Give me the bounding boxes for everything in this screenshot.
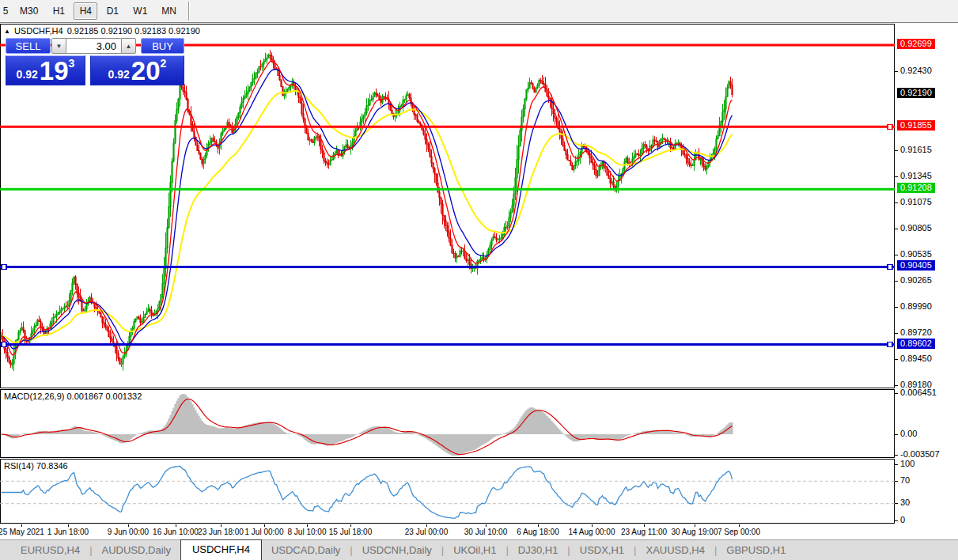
time-tick-label: 25 May 2021 — [0, 528, 44, 536]
axis-tick — [895, 281, 898, 282]
time-tick — [21, 524, 22, 527]
volume-increase-button[interactable]: ▲ — [121, 38, 136, 54]
time-tick-label: 7 Sep 00:00 — [718, 528, 760, 536]
time-tick-label: 30 Aug 19:00 — [672, 528, 718, 536]
time-tick-label: 1 Jun 18:00 — [47, 528, 89, 536]
price-tick-label: 0.89990 — [900, 301, 932, 311]
sell-button[interactable]: SELL — [6, 38, 51, 54]
chart-tab-bar: EURUSD,H4|AUDUSD,DailyUSDCHF,H4USDCAD,Da… — [0, 539, 958, 560]
timeframe-button-w1[interactable]: W1 — [127, 2, 153, 20]
time-tick-label: 14 Aug 00:00 — [569, 528, 615, 536]
price-tick-label: 0.91345 — [900, 171, 932, 180]
price-axis[interactable]: 0.924300.916150.913450.910750.908050.905… — [895, 23, 958, 524]
one-click-trade-panel: SELL ▼ ▲ BUY 0.92 19 3 0.92 20 2 — [6, 38, 184, 85]
timeframe-toolbar: 5M30H1H4D1W1MN — [0, 0, 958, 23]
price-line-label: 0.90405 — [897, 260, 935, 271]
axis-tick — [895, 229, 898, 229]
price-tick-label: 0.91075 — [900, 197, 932, 206]
time-tick — [644, 524, 645, 527]
chart-tab-ukoil[interactable]: UKOil,H1 — [444, 542, 506, 560]
chart-ohlc-values: 0.92185 0.92190 0.92183 0.92190 — [67, 26, 200, 36]
collapse-triangle-icon[interactable]: ▲ — [4, 28, 10, 35]
chart-header: ▲ USDCHF,H4 0.92185 0.92190 0.92183 0.92… — [4, 26, 200, 36]
axis-tick — [895, 464, 898, 465]
rsi-tick-label: 0 — [900, 515, 905, 524]
time-tick — [739, 524, 740, 527]
chart-tab-usdx[interactable]: USDX,H1 — [570, 542, 634, 560]
candlestick-chart[interactable] — [0, 23, 895, 524]
price-line-label: 0.91208 — [897, 183, 935, 193]
time-tick — [592, 524, 593, 527]
volume-input[interactable] — [66, 38, 121, 54]
macd-tick-label: 0.00 — [900, 429, 917, 438]
time-tick — [221, 524, 222, 527]
time-tick-label: 16 Jun 10:00 — [153, 528, 199, 536]
price-tick-label: 0.90805 — [900, 223, 932, 233]
time-tick-label: 23 Aug 11:00 — [621, 528, 667, 536]
price-line-label: 0.89602 — [897, 339, 935, 349]
chevron-up-icon: ▲ — [126, 43, 132, 50]
time-tick-label: 30 Jul 10:00 — [464, 528, 508, 536]
time-tick — [486, 524, 487, 527]
time-tick — [68, 524, 69, 527]
time-tick-label: 23 Jul 00:00 — [405, 528, 449, 536]
volume-decrease-button[interactable]: ▼ — [51, 38, 66, 54]
price-line-label: 0.91855 — [897, 120, 935, 131]
price-line-label: 0.92190 — [897, 88, 935, 98]
timeframe-button-d1[interactable]: D1 — [100, 2, 124, 20]
chart-tab-audusd[interactable]: AUDUSD,Daily — [93, 542, 180, 560]
buy-price-display[interactable]: 0.92 20 2 — [90, 55, 184, 85]
axis-tick — [895, 150, 898, 151]
time-tick-label: 9 Jun 00:00 — [108, 528, 149, 536]
axis-tick — [895, 255, 898, 255]
axis-tick — [895, 455, 898, 456]
macd-tick-label: 0.006451 — [900, 388, 937, 397]
time-tick — [350, 524, 351, 527]
axis-tick — [895, 202, 898, 203]
chart-tab-gbpusd[interactable]: GBPUSD,H1 — [717, 542, 795, 560]
timeframe-button-m30[interactable]: M30 — [14, 2, 44, 20]
axis-tick — [895, 503, 898, 504]
mt4-terminal: 5M30H1H4D1W1MN ▲ USDCHF,H4 0.92185 0.921… — [0, 0, 958, 560]
chart-tab-usdcad[interactable]: USDCAD,Daily — [262, 542, 350, 560]
rsi-indicator-label: RSI(14) 70.8346 — [4, 461, 68, 471]
chart-tab-usdchf[interactable]: USDCHF,H4 — [180, 539, 262, 560]
time-tick-label: 23 Jun 18:00 — [198, 528, 244, 536]
axis-tick — [895, 520, 898, 521]
axis-tick — [895, 176, 898, 177]
price-tick-label: 0.90535 — [900, 249, 932, 259]
time-tick — [695, 524, 695, 527]
rsi-tick-label: 100 — [900, 459, 914, 468]
price-tick-label: 0.89720 — [900, 327, 932, 337]
toolbar-separator — [188, 2, 190, 21]
axis-tick — [895, 71, 898, 72]
timeframe-button-h4[interactable]: H4 — [74, 2, 97, 20]
price-tick-label: 0.92430 — [900, 66, 932, 75]
chart-tab-xauusd[interactable]: XAUUSD,H4 — [637, 542, 714, 560]
price-tick-label: 0.90265 — [900, 275, 932, 285]
chart-tab-dj30[interactable]: DJ30,H1 — [509, 542, 568, 560]
chart-tab-eurusd[interactable]: EURUSD,H4 — [11, 542, 89, 560]
sell-price-display[interactable]: 0.92 19 3 — [6, 55, 85, 85]
time-axis[interactable]: 25 May 20211 Jun 18:009 Jun 00:0016 Jun … — [0, 524, 895, 539]
rsi-tick-label: 70 — [900, 475, 910, 485]
time-tick-label: 6 Aug 18:00 — [517, 528, 559, 536]
price-line-label: 0.92699 — [897, 39, 935, 49]
price-tick-label: 0.91615 — [900, 145, 932, 154]
macd-tick-label: -0.003507 — [900, 449, 940, 459]
time-tick-label: 15 Jul 18:00 — [329, 528, 373, 536]
rsi-tick-label: 30 — [900, 498, 910, 507]
time-tick — [538, 524, 539, 527]
chart-window[interactable]: ▲ USDCHF,H4 0.92185 0.92190 0.92183 0.92… — [0, 23, 895, 524]
timeframe-button-5[interactable]: 5 — [0, 2, 11, 20]
price-tick-label: 0.89450 — [900, 354, 932, 363]
axis-tick — [895, 385, 898, 386]
timeframe-button-h1[interactable]: H1 — [47, 2, 70, 20]
timeframe-button-mn[interactable]: MN — [156, 2, 182, 20]
axis-tick — [895, 333, 898, 334]
chart-tab-usdcnh[interactable]: USDCNH,Daily — [353, 542, 441, 560]
axis-tick — [895, 481, 898, 482]
time-tick — [264, 524, 265, 527]
axis-tick — [895, 393, 898, 394]
buy-button[interactable]: BUY — [141, 38, 184, 54]
